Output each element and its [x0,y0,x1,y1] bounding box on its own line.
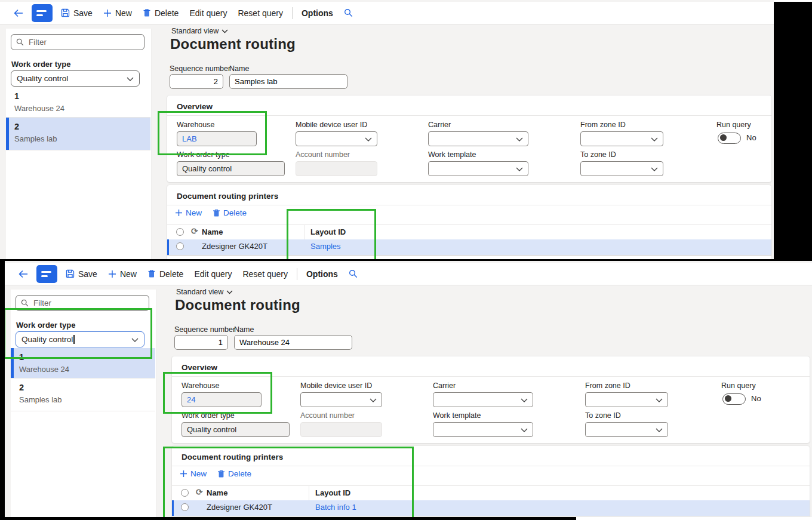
search-button[interactable] [339,2,358,24]
filter-box [16,295,149,311]
new-button[interactable]: New [103,263,142,285]
edit-query-button[interactable]: Edit query [189,263,237,285]
save-label: Save [78,269,97,279]
filter-search-icon [16,38,24,46]
list-item-name: Samples lab [19,395,62,404]
back-button[interactable] [13,263,33,285]
run-query-toggle[interactable] [722,393,746,405]
layout-id-column-header[interactable]: Layout ID [315,488,350,497]
back-arrow-icon [13,9,23,17]
warehouse-input[interactable]: LAB [177,131,257,146]
layout-id-cell-link[interactable]: Batch info 1 [315,503,356,512]
section-divider [172,376,810,377]
work-order-type-filter-dropdown[interactable]: Quality control [11,70,140,87]
list-item-number: 2 [19,383,24,392]
warehouse-value[interactable]: 24 [187,395,195,404]
page-title: Document routing [170,36,296,53]
from-zone-id-dropdown[interactable] [580,131,663,146]
carrier-dropdown[interactable] [433,392,533,407]
name-column-header[interactable]: Name [202,227,223,236]
hamburger-icon [41,275,48,277]
grid-toolbar: New Delete [180,469,251,478]
name-input[interactable] [229,74,347,89]
save-button[interactable]: Save [56,2,98,24]
overview-section-header[interactable]: Overview [182,363,217,372]
back-button[interactable] [8,2,29,24]
overview-section-header[interactable]: Overview [177,102,213,111]
view-selector[interactable]: Standard view [171,27,228,35]
options-button[interactable]: Options [301,263,343,285]
work-template-label: Work template [433,411,481,420]
list-item-samples-lab[interactable]: 2 Samples lab [11,379,155,411]
search-button[interactable] [343,263,363,285]
printers-section-header[interactable]: Document routing printers [182,453,283,461]
work-template-label: Work template [428,150,476,159]
printers-section-header[interactable]: Document routing printers [177,192,278,201]
printer-row[interactable]: Zdesigner GK420T Batch info 1 [172,500,810,516]
chevron-down-icon [370,398,377,402]
delete-button[interactable]: Delete [137,2,184,24]
delete-button[interactable]: Delete [142,263,189,285]
options-button[interactable]: Options [296,2,339,24]
work-template-dropdown[interactable] [433,422,533,437]
work-order-type-filter-value: Quality control [17,74,68,83]
list-item-warehouse-24[interactable]: 1 Warehouse 24 [6,87,150,118]
save-button[interactable]: Save [60,263,103,285]
name-input[interactable] [234,335,352,350]
from-zone-id-dropdown[interactable] [585,392,668,407]
work-template-dropdown[interactable] [428,161,528,176]
delete-label: Delete [159,269,183,279]
name-column-header[interactable]: Name [207,488,227,497]
filter-input[interactable] [27,37,139,47]
to-zone-id-dropdown[interactable] [580,161,663,176]
sequence-number-input[interactable] [170,74,223,89]
refresh-icon[interactable]: ⟳ [191,226,198,236]
grid-delete-button[interactable]: Delete [217,469,251,478]
mobile-device-user-id-dropdown[interactable] [296,131,377,146]
new-label: New [115,8,132,18]
to-zone-id-dropdown[interactable] [585,422,668,437]
list-item-name: Warehouse 24 [19,365,69,374]
grid-toolbar: New Delete [175,208,247,217]
warehouse-input[interactable]: 24 [182,392,262,407]
row-select-radio[interactable] [181,503,189,511]
hamburger-menu-button[interactable] [36,265,57,283]
screenshot-top: Save New Delete Edit query Reset query O… [0,0,774,259]
grid-new-button[interactable]: New [180,469,207,478]
refresh-icon[interactable]: ⟳ [196,487,203,497]
reset-query-button[interactable]: Reset query [237,263,293,285]
grid-new-button[interactable]: New [175,208,202,217]
sequence-number-input[interactable] [174,335,228,350]
select-all-radio[interactable] [176,228,184,236]
list-item-samples-lab[interactable]: 2 Samples lab [6,118,150,150]
run-query-toggle[interactable] [718,133,741,144]
trash-icon [147,269,156,278]
view-selector[interactable]: Standard view [176,288,233,296]
hamburger-menu-button[interactable] [32,4,53,22]
list-item-warehouse-24[interactable]: 1 Warehouse 24 [11,348,155,379]
row-select-radio[interactable] [176,242,184,250]
grid-delete-button[interactable]: Delete [213,208,247,217]
printer-row[interactable]: Zdesigner GK420T Samples [167,239,771,256]
page-title: Document routing [175,297,300,313]
work-order-type-filter-dropdown[interactable]: Quality control [16,331,144,347]
edit-query-button[interactable]: Edit query [184,2,232,24]
new-button[interactable]: New [98,2,137,24]
layout-id-column-header[interactable]: Layout ID [310,227,346,236]
name-label: Name [229,64,249,73]
work-order-type-input[interactable]: Quality control [177,161,285,176]
trash-icon [213,209,220,217]
mobile-device-user-id-dropdown[interactable] [300,392,382,407]
work-order-type-input[interactable]: Quality control [182,422,290,437]
grid-delete-label: Delete [223,208,247,217]
list-item-number: 1 [19,352,24,362]
printer-name-cell[interactable]: Zdesigner GK420T [207,503,272,512]
mobile-device-user-id-label: Mobile device user ID [296,121,367,129]
printer-name-cell[interactable]: Zdesigner GK420T [202,242,267,251]
layout-id-cell-link[interactable]: Samples [310,242,341,251]
reset-query-button[interactable]: Reset query [232,2,288,24]
carrier-dropdown[interactable] [428,131,528,146]
select-all-radio[interactable] [181,489,189,497]
filter-input[interactable] [32,298,144,308]
warehouse-value[interactable]: LAB [182,134,197,143]
